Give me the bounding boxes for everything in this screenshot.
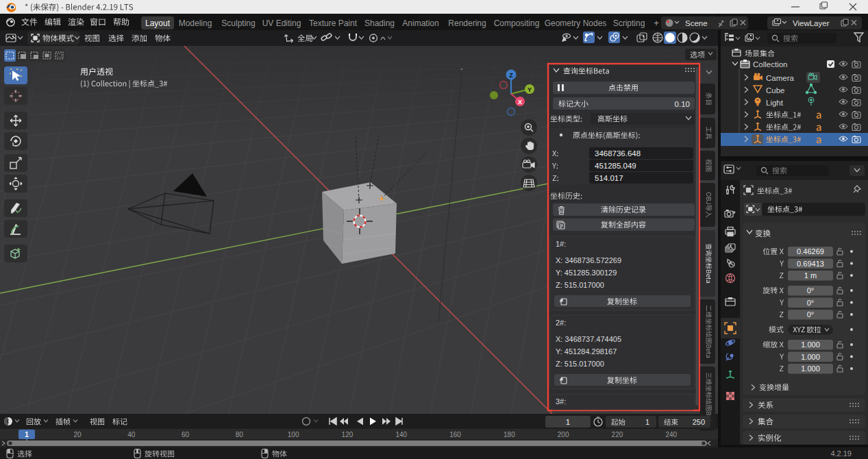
svg-text:0.69413: 0.69413 (797, 260, 824, 268)
svg-text:1: 1 (645, 418, 649, 426)
svg-text:1.000: 1.000 (801, 364, 820, 373)
svg-text:ViewLayer: ViewLayer (793, 19, 830, 27)
svg-text:3468736.648: 3468736.648 (595, 149, 641, 158)
svg-text:Collection: Collection (753, 60, 788, 69)
svg-text:4.2.19: 4.2.19 (830, 449, 852, 458)
svg-text:240: 240 (665, 431, 677, 438)
svg-text:220: 220 (612, 431, 623, 438)
svg-text:Sculpting: Sculpting (221, 18, 255, 28)
svg-text:X: 3468737.474405: X: 3468737.474405 (556, 335, 621, 343)
svg-text:Geometry Nodes: Geometry Nodes (545, 18, 607, 28)
svg-text:Scene: Scene (685, 19, 708, 27)
svg-text:Z: 515.017000: Z: 515.017000 (556, 281, 604, 289)
svg-text:0.10: 0.10 (675, 100, 690, 108)
svg-text:Z: Z (509, 72, 513, 79)
svg-text:80: 80 (236, 431, 244, 438)
svg-text:3#:: 3#: (556, 397, 566, 406)
svg-text:Rendering: Rendering (448, 18, 486, 28)
svg-text:1#:: 1#: (556, 240, 566, 248)
svg-text:1 m: 1 m (804, 271, 817, 280)
svg-text:Modeling: Modeling (179, 18, 212, 28)
svg-text:60: 60 (182, 431, 190, 438)
svg-text:Y: 451285.300129: Y: 451285.300129 (556, 269, 617, 277)
svg-text:1.000: 1.000 (801, 353, 820, 361)
svg-text:Animation: Animation (402, 18, 438, 28)
svg-text:20: 20 (73, 431, 82, 438)
svg-text:40: 40 (127, 431, 136, 438)
svg-text:180: 180 (504, 431, 515, 438)
svg-text:160: 160 (449, 431, 461, 438)
svg-text:Y: 451284.298167: Y: 451284.298167 (556, 347, 617, 356)
svg-text:X: X (518, 99, 522, 106)
svg-text:Layout: Layout (145, 18, 171, 28)
svg-text:0.46269: 0.46269 (797, 247, 824, 256)
svg-text:Y: Y (528, 86, 532, 93)
svg-text:Scripting: Scripting (613, 18, 645, 28)
svg-text:2#:: 2#: (556, 319, 566, 327)
svg-text:UV Editing: UV Editing (262, 18, 301, 28)
svg-text:0°: 0° (807, 310, 815, 319)
svg-text:Cube: Cube (766, 86, 785, 95)
svg-text:200: 200 (558, 431, 569, 438)
svg-text:Texture Paint: Texture Paint (309, 18, 358, 28)
svg-text:0°: 0° (807, 286, 815, 295)
svg-text:1.000: 1.000 (801, 340, 820, 349)
svg-text:+: + (654, 18, 659, 28)
svg-text:250: 250 (693, 418, 705, 426)
svg-text:Z: 515.017000: Z: 515.017000 (556, 360, 604, 368)
svg-text:451285.049: 451285.049 (595, 162, 636, 170)
svg-text:Camera: Camera (766, 74, 795, 82)
svg-text:1: 1 (566, 418, 570, 426)
svg-text:1: 1 (25, 431, 29, 438)
svg-text:140: 140 (395, 431, 407, 438)
svg-text:120: 120 (342, 431, 354, 438)
svg-text:Shading: Shading (364, 18, 395, 28)
svg-text:Light: Light (766, 99, 784, 107)
svg-text:514.017: 514.017 (595, 174, 623, 182)
svg-text:X: 3468736.572269: X: 3468736.572269 (556, 256, 621, 264)
svg-text:Compositing: Compositing (494, 18, 540, 28)
svg-text:100: 100 (288, 431, 299, 438)
svg-text:0°: 0° (807, 299, 815, 307)
